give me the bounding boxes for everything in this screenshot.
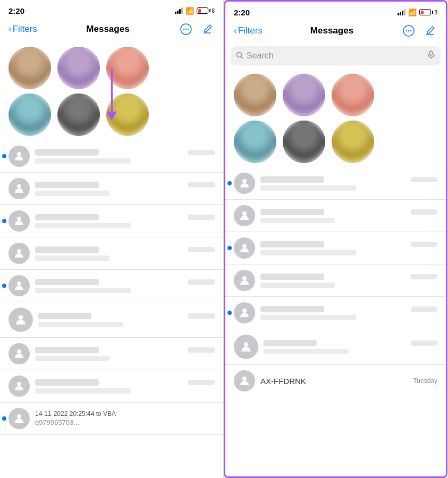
microphone-icon[interactable] xyxy=(427,50,435,61)
avatar-left-3 xyxy=(9,210,30,232)
avatar-left-7 xyxy=(9,343,30,364)
story-item-right-3[interactable] xyxy=(332,74,374,116)
message-item-right-5[interactable] xyxy=(225,297,446,329)
svg-point-16 xyxy=(410,30,411,31)
avatar-right-1 xyxy=(234,173,255,194)
svg-point-7 xyxy=(17,249,21,253)
message-item-left-7[interactable] xyxy=(0,338,223,370)
battery-icon-right: 8 xyxy=(419,9,437,15)
last-message-date: 14-11-2022 20:25:44 to VBA xyxy=(35,410,116,417)
status-bar-left: 2:20 📶 8 xyxy=(0,0,223,19)
page-title-right: Messages xyxy=(310,25,353,36)
filters-button-right[interactable]: ‹ Filters xyxy=(234,25,263,36)
avatar-left-4 xyxy=(9,243,30,264)
search-bar[interactable]: Search xyxy=(231,46,441,65)
left-phone-panel: 2:20 📶 8 ‹ Filters Messages xyxy=(0,0,224,478)
svg-point-2 xyxy=(185,29,187,30)
message-item-right-2[interactable] xyxy=(225,200,446,232)
message-item-left-5[interactable] xyxy=(0,270,223,302)
story-item-right-6[interactable] xyxy=(332,121,374,163)
svg-point-20 xyxy=(242,179,247,183)
avatar-right-last xyxy=(234,370,255,391)
compose-button-right[interactable] xyxy=(422,23,437,38)
message-item-right-last[interactable]: AX-FFDRNK Tuesday xyxy=(225,365,446,397)
svg-point-15 xyxy=(408,30,409,31)
avatar-right-2 xyxy=(234,205,255,226)
status-time-left: 2:20 xyxy=(9,6,24,15)
svg-point-14 xyxy=(406,30,407,31)
story-item-right-4[interactable] xyxy=(234,121,276,163)
signal-icon-left xyxy=(175,7,183,14)
message-item-left-4[interactable] xyxy=(0,237,223,270)
message-item-left-6[interactable] xyxy=(0,302,223,338)
battery-icon-left: 8 xyxy=(197,7,215,14)
nav-bar-right: ‹ Filters Messages xyxy=(225,21,446,44)
svg-point-8 xyxy=(17,281,21,286)
stories-row-1-right xyxy=(225,70,446,118)
filters-button-left[interactable]: ‹ Filters xyxy=(9,24,37,35)
message-item-left-8[interactable] xyxy=(0,370,223,403)
story-item-right-5[interactable] xyxy=(283,121,325,163)
unread-dot xyxy=(227,311,232,315)
svg-point-4 xyxy=(17,152,21,156)
svg-point-12 xyxy=(17,414,21,419)
last-message-name-right: AX-FFDRNK xyxy=(260,377,306,386)
message-item-left-3[interactable] xyxy=(0,205,223,237)
svg-point-5 xyxy=(17,184,21,189)
avatar-left-last xyxy=(9,408,30,429)
message-time-blur xyxy=(188,150,215,155)
message-item-right-1[interactable] xyxy=(225,167,446,200)
signal-icon-right xyxy=(398,9,405,15)
story-item-left-2[interactable] xyxy=(57,47,100,89)
message-content-3 xyxy=(35,214,215,228)
status-time-right: 2:20 xyxy=(234,8,250,17)
status-bar-right: 2:20 📶 8 xyxy=(225,2,446,21)
status-icons-right: 📶 8 xyxy=(398,8,437,16)
message-list-left: 14-11-2022 20:25:44 to VBA q979965703... xyxy=(0,140,223,435)
search-input[interactable]: Search xyxy=(247,51,424,61)
message-content-r4 xyxy=(260,274,437,288)
svg-point-6 xyxy=(17,217,21,221)
story-item-right-2[interactable] xyxy=(283,74,325,116)
svg-rect-18 xyxy=(430,51,433,55)
svg-point-22 xyxy=(242,244,247,248)
message-item-left-1[interactable] xyxy=(0,140,223,173)
last-message-phone: q979965703... xyxy=(35,419,79,426)
arrow-annotation xyxy=(106,69,117,120)
svg-point-26 xyxy=(242,377,247,381)
more-button-right[interactable] xyxy=(401,23,416,38)
message-content-1 xyxy=(35,149,215,164)
message-list-right: AX-FFDRNK Tuesday xyxy=(225,167,446,397)
avatar-right-3 xyxy=(234,237,255,259)
unread-dot xyxy=(2,219,6,223)
message-item-left-last[interactable]: 14-11-2022 20:25:44 to VBA q979965703... xyxy=(0,403,223,435)
right-phone-panel: 2:20 📶 8 ‹ Filters Messages xyxy=(224,0,447,478)
story-item-right-1[interactable] xyxy=(234,74,276,116)
nav-bar-left: ‹ Filters Messages xyxy=(0,19,223,42)
message-item-right-6[interactable] xyxy=(225,329,446,365)
message-content-r3 xyxy=(260,241,437,255)
svg-point-23 xyxy=(242,276,247,280)
unread-dot xyxy=(227,246,232,250)
more-button-left[interactable] xyxy=(179,22,193,37)
message-content-2 xyxy=(35,182,215,196)
story-item-left-5[interactable] xyxy=(57,93,100,136)
wifi-icon-right: 📶 xyxy=(408,8,417,16)
message-content-8 xyxy=(35,379,215,394)
svg-point-25 xyxy=(244,342,249,347)
story-item-left-4[interactable] xyxy=(9,93,51,136)
svg-point-3 xyxy=(188,29,189,30)
message-item-left-2[interactable] xyxy=(0,173,223,205)
message-content-r5 xyxy=(260,306,437,320)
page-title-left: Messages xyxy=(86,24,129,35)
message-content-r2 xyxy=(260,209,437,223)
avatar-left-5 xyxy=(9,275,30,296)
search-icon xyxy=(236,52,243,61)
message-content-last-right: AX-FFDRNK Tuesday xyxy=(260,377,437,386)
nav-icons-right xyxy=(401,23,437,38)
message-item-right-4[interactable] xyxy=(225,264,446,297)
avatar-left-8 xyxy=(9,375,30,397)
story-item-left-1[interactable] xyxy=(9,47,51,89)
compose-button-left[interactable] xyxy=(200,22,215,37)
message-item-right-3[interactable] xyxy=(225,232,446,264)
